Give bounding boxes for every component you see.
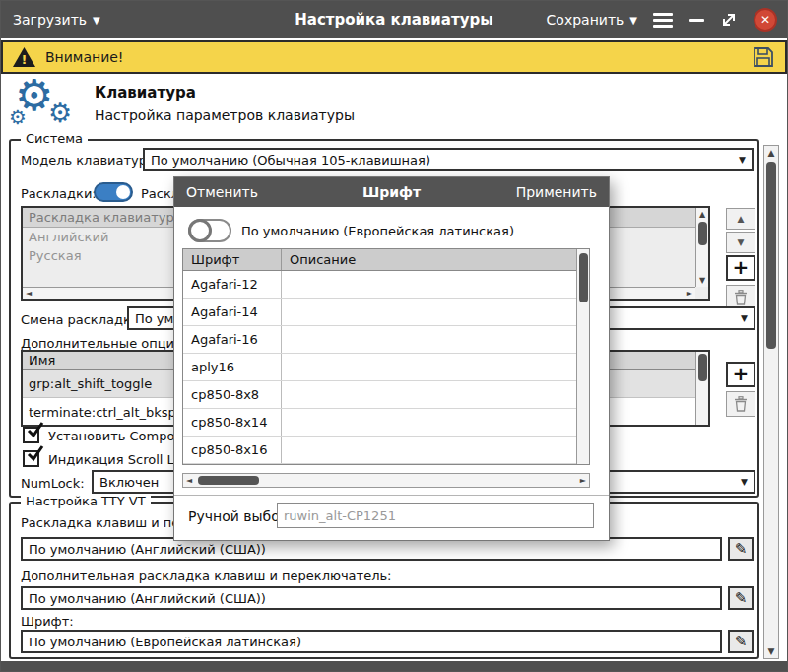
checkmark-icon [26,421,45,438]
font-desc-cell [282,409,576,436]
font-desc-cell [282,299,576,325]
warning-text: Внимание! [45,49,123,65]
scrollbar-thumb[interactable] [766,162,776,349]
font-desc-cell [282,381,576,408]
table-row[interactable]: Agafari-12 [183,271,576,299]
trash-icon [734,290,748,305]
scrollbar-thumb[interactable] [698,354,707,381]
system-legend: Система [21,131,88,146]
table-row[interactable]: cp850-8x14 [183,409,576,437]
keyboard-model-value: По умолчанию (Обычная 105-клавишная) [151,153,430,168]
svg-text:!: ! [22,52,28,67]
options-vertical-scrollbar[interactable] [695,352,708,425]
gear-icon: ⚙ [48,100,72,126]
chevron-down-icon: ▼ [741,477,748,487]
font-desc-cell [282,271,576,298]
font-name-cell: Agafari-16 [183,326,282,353]
font-table-vertical-scrollbar[interactable] [576,249,589,464]
tty-legend: Настройка TTY VT [21,494,151,508]
table-row[interactable]: cp850-8x8 [183,381,576,409]
plus-icon: + [733,257,750,277]
save-file-icon[interactable] [752,45,775,69]
dialog-divider [174,495,609,496]
layouts-toggle[interactable] [94,182,133,202]
layout-switch-label: Смена раскладки: [21,312,144,327]
font-table-header: Шрифт Описание [183,249,576,271]
save-menu-button[interactable]: Сохранить ▼ [547,1,637,38]
numlock-label: NumLock: [21,476,85,491]
chevron-down-icon: ▼ [741,313,748,323]
layouts-vertical-scrollbar[interactable]: ▲ ▼ [695,208,708,287]
load-label: Загрузить [13,12,87,28]
page-subtitle: Настройка параметров клавиатуры [95,107,355,123]
tty-font-label: Шрифт: [21,614,74,629]
titlebar-actions: Сохранить ▼ ✕ [547,1,777,38]
compose-checkbox[interactable] [23,427,39,443]
pencil-icon: ✎ [735,633,748,650]
edit-tty-font-button[interactable]: ✎ [728,630,754,653]
load-menu-button[interactable]: Загрузить ▼ [13,1,100,38]
plus-icon: + [733,364,750,383]
font-dialog-title: Шрифт [362,184,421,200]
keyboard-model-label: Модель клавиатуры: [21,153,162,168]
edit-tty-layout-button[interactable]: ✎ [728,537,754,561]
minimize-icon[interactable] [689,19,704,22]
arrow-up-icon: ▲ [738,214,745,224]
manual-font-input[interactable] [277,503,594,528]
pencil-icon: ✎ [735,540,748,558]
font-name-cell: aply16 [183,354,282,380]
table-row[interactable]: cp850-8x16 [183,437,576,464]
move-layout-down-button[interactable]: ▼ [726,232,755,253]
checkmark-icon [26,444,45,462]
scrollbar-thumb[interactable] [198,476,259,485]
font-table-horizontal-scrollbar[interactable]: ◄ ► [182,473,590,488]
font-name-cell: Agafari-12 [183,271,282,298]
scroll-left-icon[interactable]: ◄ [186,476,192,485]
scrolllock-checkbox[interactable] [23,450,39,467]
default-font-toggle[interactable] [188,219,231,242]
fullscreen-icon[interactable] [720,11,738,29]
page-vertical-scrollbar[interactable]: ▲ ▼ [763,145,779,659]
table-row[interactable]: aply16 [183,354,576,381]
font-desc-cell [282,326,576,353]
scroll-up-icon[interactable]: ▲ [768,148,775,158]
description-column-header: Описание [282,249,576,270]
scroll-right-icon[interactable]: ► [687,289,692,298]
scroll-up-icon[interactable]: ▲ [699,210,705,219]
close-icon[interactable]: ✕ [754,8,777,32]
font-dialog-header: Отменить Шрифт Применить [174,177,609,207]
scrollbar-thumb[interactable] [698,222,707,245]
font-desc-cell [282,354,576,380]
delete-option-button[interactable] [726,391,755,417]
font-table[interactable]: Шрифт Описание Agafari-12 Agafari-14 Aga… [182,248,590,465]
add-option-button[interactable]: + [726,362,755,387]
table-row[interactable]: Agafari-16 [183,326,576,354]
titlebar: Загрузить ▼ Настройка клавиатуры Сохрани… [1,1,787,38]
scroll-down-icon[interactable]: ▼ [699,276,705,285]
cancel-button[interactable]: Отменить [186,184,258,200]
arrow-down-icon: ▼ [738,237,745,247]
keyboard-model-select[interactable]: По умолчанию (Обычная 105-клавишная) ▼ [143,148,754,171]
scroll-left-icon[interactable]: ◄ [26,289,32,298]
tty-font-input[interactable] [21,630,722,653]
scroll-right-icon[interactable]: ► [580,476,586,485]
add-layout-button[interactable]: + [726,255,755,281]
bottom-bar [1,661,787,671]
scrollbar-thumb[interactable] [579,253,588,302]
scroll-down-icon[interactable]: ▼ [768,646,775,656]
font-name-cell: Agafari-14 [183,299,282,325]
tty-alt-layout-label: Дополнительная раскладка клавиш и перекл… [21,569,391,583]
font-table-body: Шрифт Описание Agafari-12 Agafari-14 Aga… [183,249,576,464]
edit-tty-alt-layout-button[interactable]: ✎ [728,586,754,610]
menu-icon[interactable] [653,13,673,28]
chevron-down-icon: ▼ [629,15,637,26]
table-row[interactable]: Agafari-14 [183,299,576,326]
tty-layout-label: Раскладка клавиш и пере [21,515,196,530]
save-label: Сохранить [547,12,624,28]
move-layout-up-button[interactable]: ▲ [726,208,755,230]
apply-button[interactable]: Применить [516,184,597,200]
font-column-header: Шрифт [183,249,282,270]
warning-bar: ! Внимание! [1,40,787,74]
window-title: Настройка клавиатуры [295,1,493,38]
tty-alt-layout-input[interactable] [21,586,722,610]
